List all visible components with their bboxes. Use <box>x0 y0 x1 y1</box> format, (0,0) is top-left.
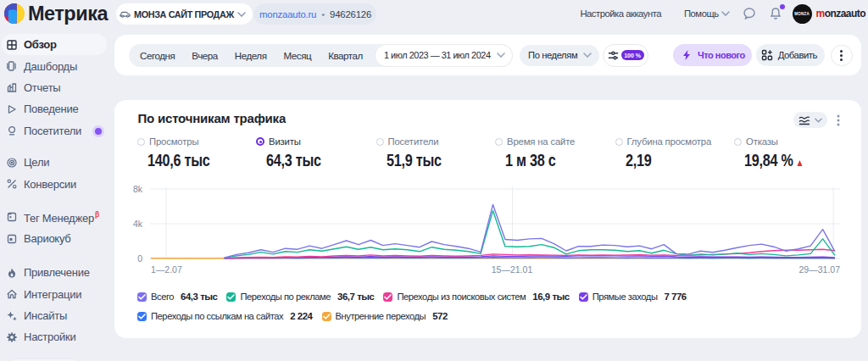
svg-text:15—21.01: 15—21.01 <box>492 264 533 275</box>
svg-text:29—31.07: 29—31.07 <box>799 264 841 275</box>
svg-text:4k: 4k <box>133 219 143 229</box>
svg-text:0: 0 <box>137 253 142 264</box>
svg-text:8k: 8k <box>133 184 143 194</box>
svg-text:1—2.07: 1—2.07 <box>151 264 182 275</box>
